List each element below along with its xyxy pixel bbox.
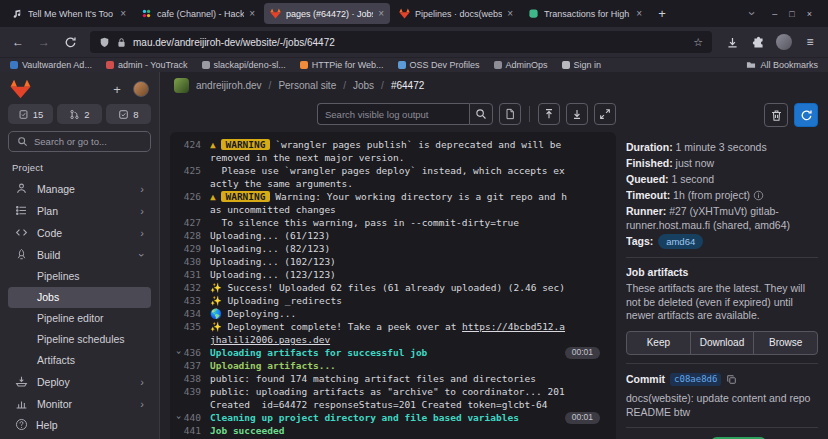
- breadcrumb-bar: andreijiroh.dev/Personal site/Jobs/#6447…: [160, 72, 828, 98]
- log-search-input[interactable]: [317, 103, 469, 125]
- bookmark-item[interactable]: Vaultwarden Ad...: [10, 60, 92, 70]
- browse-button[interactable]: Browse: [753, 331, 818, 355]
- breadcrumb-separator: /: [343, 80, 346, 91]
- deployment-url-link[interactable]: https://4bcbd512.ajhalili2006.pages.dev: [210, 321, 565, 345]
- commit-sha-link[interactable]: c08ae8d6: [670, 373, 721, 386]
- log-line-number[interactable]: 438: [174, 372, 210, 385]
- breadcrumb-item[interactable]: Jobs: [353, 80, 374, 91]
- log-line-number[interactable]: 434: [174, 307, 210, 320]
- keep-button[interactable]: Keep: [626, 331, 691, 355]
- download-button[interactable]: Download: [690, 331, 755, 355]
- plan-icon: [15, 204, 28, 217]
- bookmark-item[interactable]: OSS Dev Profiles: [398, 60, 480, 70]
- log-line-number[interactable]: 431: [174, 268, 210, 281]
- user-avatar[interactable]: [133, 81, 149, 97]
- log-line-number[interactable]: 430: [174, 255, 210, 268]
- lock-icon[interactable]: [116, 37, 127, 48]
- tab-close-button[interactable]: ×: [249, 8, 255, 19]
- bookmark-item[interactable]: AdminOps: [494, 60, 548, 70]
- close-button[interactable]: ×: [807, 9, 812, 19]
- todo-count-button[interactable]: 8: [106, 104, 151, 124]
- sidebar-item-jobs[interactable]: Jobs: [8, 287, 151, 308]
- sidebar-item-pipeline-editor[interactable]: Pipeline editor: [8, 308, 151, 329]
- tag-badge[interactable]: amd64: [658, 234, 703, 249]
- scroll-to-bottom-button[interactable]: [566, 103, 588, 125]
- breadcrumb-item[interactable]: Personal site: [278, 80, 336, 91]
- sidebar-item-pipeline-schedules[interactable]: Pipeline schedules: [8, 329, 151, 350]
- shield-icon[interactable]: [99, 37, 110, 48]
- breadcrumb: andreijiroh.dev/Personal site/Jobs/#6447…: [196, 80, 424, 91]
- bookmark-item[interactable]: Sign in: [562, 60, 602, 70]
- fullscreen-icon: [599, 108, 611, 120]
- log-search-button[interactable]: [469, 103, 493, 125]
- log-line-number[interactable]: 437: [174, 359, 210, 372]
- bookmark-item[interactable]: HTTPie for Web...: [300, 60, 384, 70]
- sidebar-item-build[interactable]: Build›: [8, 244, 151, 266]
- reload-button[interactable]: [58, 30, 82, 54]
- back-button[interactable]: ←: [6, 30, 30, 54]
- erase-job-log-button[interactable]: [764, 103, 788, 127]
- divider: [626, 363, 818, 364]
- help-button[interactable]: Help: [8, 415, 151, 435]
- scroll-to-top-button[interactable]: [538, 103, 560, 125]
- sidebar-item-code[interactable]: Code›: [8, 222, 151, 244]
- list-all-tabs-button[interactable]: ›: [741, 3, 763, 24]
- log-line-number[interactable]: 439: [174, 385, 210, 411]
- gitlab-logo-icon[interactable]: [10, 79, 31, 99]
- log-line-number[interactable]: 441: [174, 424, 210, 437]
- browser-tab[interactable]: Pipelines · docs(website):×: [393, 3, 519, 24]
- tab-close-button[interactable]: ×: [636, 8, 642, 19]
- tab-close-button[interactable]: ×: [378, 8, 384, 19]
- minimize-button[interactable]: –: [772, 9, 777, 19]
- sidebar-item-plan[interactable]: Plan›: [8, 200, 151, 222]
- log-line-number[interactable]: 425: [174, 164, 210, 190]
- log-line-number[interactable]: 424: [174, 138, 210, 164]
- forward-button[interactable]: →: [32, 30, 56, 54]
- tab-close-button[interactable]: ×: [120, 8, 126, 19]
- browser-tab[interactable]: cafe (Channel) - Hack Clu...×: [135, 3, 261, 24]
- sidebar-item-deploy[interactable]: Deploy›: [8, 371, 151, 393]
- retry-job-button[interactable]: [794, 103, 818, 127]
- browser-tab[interactable]: Transactions for High Sea...×: [522, 3, 648, 24]
- merge-request-count-button[interactable]: 2: [57, 104, 102, 124]
- log-line-number[interactable]: 428: [174, 229, 210, 242]
- sidebar-item-pipelines[interactable]: Pipelines: [8, 266, 151, 287]
- maximize-button[interactable]: □: [789, 9, 794, 19]
- sidebar-item-manage[interactable]: Manage›: [8, 178, 151, 200]
- all-bookmarks-button[interactable]: All Bookmarks: [746, 60, 818, 70]
- log-line-number[interactable]: ›440: [174, 411, 210, 424]
- fullscreen-button[interactable]: [594, 103, 616, 125]
- log-line-number[interactable]: 433: [174, 294, 210, 307]
- downloads-button[interactable]: [720, 30, 744, 54]
- bookmark-star-icon[interactable]: ☆: [693, 36, 703, 49]
- sidebar-search-button[interactable]: Search or go to...: [8, 131, 151, 151]
- bookmark-label: Sign in: [574, 60, 602, 70]
- log-line-number[interactable]: 429: [174, 242, 210, 255]
- log-line-number[interactable]: 426: [174, 190, 210, 216]
- profile-button[interactable]: [772, 30, 796, 54]
- sidebar-item-monitor[interactable]: Monitor›: [8, 393, 151, 415]
- log-line: 428Uploading... (61/123): [174, 229, 608, 242]
- browser-tab[interactable]: pages (#64472) · Jobs · a...×: [264, 3, 390, 24]
- log-line-number[interactable]: 435: [174, 320, 210, 346]
- show-raw-log-button[interactable]: [499, 103, 521, 125]
- issues-count-button[interactable]: 15: [8, 104, 53, 124]
- sidebar-item-artifacts[interactable]: Artifacts: [8, 350, 151, 371]
- browser-tab[interactable]: Tell Me When It's Too Lat...×: [6, 3, 132, 24]
- tab-close-button[interactable]: ×: [507, 8, 513, 19]
- extensions-button[interactable]: [746, 30, 770, 54]
- new-tab-button[interactable]: +: [651, 3, 673, 24]
- log-line-number[interactable]: 427: [174, 216, 210, 229]
- log-line-number[interactable]: 432: [174, 281, 210, 294]
- log-line: 435✨ Deployment complete! Take a peek ov…: [174, 320, 608, 346]
- url-bar[interactable]: mau.dev/andreijiroh-dev/website/-/jobs/6…: [90, 31, 712, 53]
- log-line-number[interactable]: ›436: [174, 346, 210, 359]
- breadcrumb-item[interactable]: andreijiroh.dev: [196, 80, 262, 91]
- menu-button[interactable]: ≡: [798, 30, 822, 54]
- bookmark-item[interactable]: admin - YouTrack: [106, 60, 188, 70]
- bookmark-item[interactable]: slackapi/deno-sl...: [202, 60, 286, 70]
- create-new-button[interactable]: +: [108, 80, 126, 98]
- monitor-icon: [15, 397, 28, 410]
- sidebar-subitem-label: Pipeline editor: [37, 312, 104, 324]
- copy-icon[interactable]: [726, 374, 737, 385]
